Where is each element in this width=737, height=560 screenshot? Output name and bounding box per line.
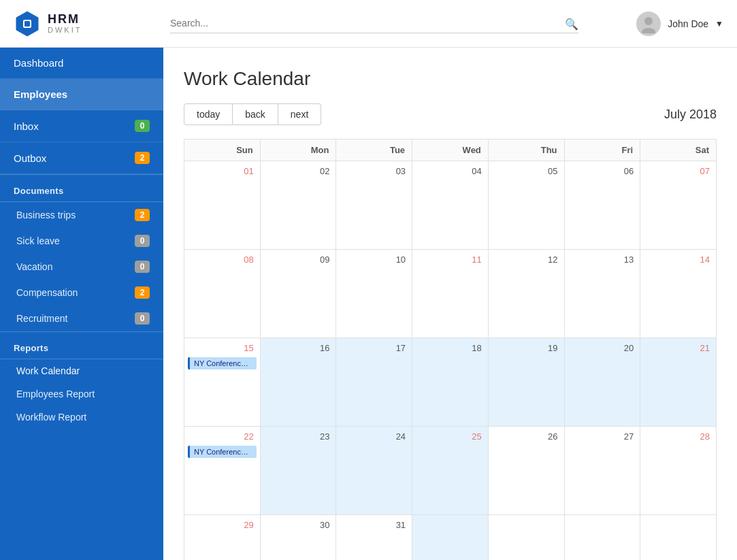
table-cell[interactable]: 21 <box>640 338 717 427</box>
day-number: 03 <box>340 165 408 178</box>
logo-icon <box>14 10 41 37</box>
svg-point-4 <box>642 28 655 33</box>
day-number: 17 <box>340 342 408 355</box>
inbox-label: Inbox <box>14 120 39 132</box>
employees-label: Employees <box>14 88 67 100</box>
table-cell[interactable]: 18 <box>412 338 489 427</box>
table-cell[interactable]: 02 <box>260 161 336 250</box>
sidebar: Dashboard Employees Inbox 0 Outbox 2 Doc… <box>0 48 163 560</box>
table-cell[interactable]: 30 <box>260 515 336 561</box>
today-button[interactable]: today <box>184 103 233 125</box>
recruitment-label: Recruitment <box>16 313 67 324</box>
table-cell[interactable]: 12 <box>488 250 564 338</box>
day-number: 26 <box>492 430 561 443</box>
table-cell[interactable]: 01 <box>184 161 261 250</box>
col-thu: Thu <box>488 139 564 161</box>
table-cell[interactable]: 20 <box>564 338 640 427</box>
sidebar-item-outbox[interactable]: Outbox 2 <box>0 142 163 174</box>
table-cell[interactable] <box>640 515 717 561</box>
calendar-row: 15 NY Conference: User 1, User 2, User 3… <box>184 338 717 427</box>
sidebar-item-recruitment[interactable]: Recruitment 0 <box>0 306 163 331</box>
table-cell[interactable] <box>488 515 564 561</box>
calendar-row: 22 NY Conference: User 1, User 2, User 3… <box>184 427 717 515</box>
table-cell[interactable]: 04 <box>412 161 489 250</box>
logo: HRM DWKIT <box>14 10 150 37</box>
calendar-grid: Sun Mon Tue Wed Thu Fri Sat 01 02 03 04 … <box>184 139 717 560</box>
day-number: 24 <box>340 430 408 443</box>
day-number: 08 <box>188 253 257 266</box>
event-bar[interactable]: NY Conference: User 1, User 2, User 3 (B… <box>188 357 257 369</box>
table-cell[interactable]: 13 <box>564 250 640 338</box>
table-cell[interactable]: 19 <box>488 338 564 427</box>
business-trips-badge: 2 <box>135 209 150 221</box>
table-cell[interactable] <box>412 515 489 561</box>
day-number: 09 <box>264 253 333 266</box>
col-fri: Fri <box>564 139 640 161</box>
day-number: 22 <box>188 430 257 443</box>
sick-leave-badge: 0 <box>135 235 150 247</box>
day-number: 30 <box>264 518 333 531</box>
user-avatar-icon <box>639 14 658 33</box>
col-sat: Sat <box>640 139 717 161</box>
layout: Dashboard Employees Inbox 0 Outbox 2 Doc… <box>0 48 737 560</box>
table-cell[interactable]: 09 <box>260 250 336 338</box>
page-title: Work Calendar <box>184 68 717 90</box>
sidebar-item-sick-leave[interactable]: Sick leave 0 <box>0 228 163 254</box>
event-bar[interactable]: NY Conference: User 1, User 2, User 3 (B… <box>188 446 257 458</box>
calendar-row: 01 02 03 04 05 06 07 <box>184 161 717 250</box>
table-cell[interactable]: 10 <box>336 250 412 338</box>
logo-hrm: HRM <box>48 13 82 27</box>
search-input[interactable] <box>170 14 578 33</box>
sidebar-item-work-calendar[interactable]: Work Calendar <box>0 359 163 382</box>
sidebar-item-workflow-report[interactable]: Workflow Report <box>0 406 163 429</box>
user-name: John Doe <box>668 18 708 29</box>
documents-section-label: Documents <box>0 175 163 202</box>
day-number: 23 <box>264 430 333 443</box>
vacation-badge: 0 <box>135 261 150 273</box>
table-cell[interactable]: 26 <box>488 427 564 515</box>
table-cell[interactable]: 08 <box>184 250 261 338</box>
dashboard-label: Dashboard <box>14 57 63 69</box>
table-cell[interactable]: 15 NY Conference: User 1, User 2, User 3… <box>184 338 261 427</box>
avatar <box>636 12 661 36</box>
sidebar-item-dashboard[interactable]: Dashboard <box>0 48 163 79</box>
table-cell[interactable]: 07 <box>640 161 717 250</box>
sidebar-item-vacation[interactable]: Vacation 0 <box>0 254 163 280</box>
table-cell[interactable]: 24 <box>336 427 412 515</box>
day-number: 04 <box>416 165 485 178</box>
table-cell[interactable]: 14 <box>640 250 717 338</box>
table-cell[interactable] <box>564 515 640 561</box>
table-cell[interactable]: 22 NY Conference: User 1, User 2, User 3… <box>184 427 261 515</box>
table-cell[interactable]: 28 <box>640 427 717 515</box>
header: HRM DWKIT 🔍 John Doe ▼ <box>0 0 737 48</box>
table-cell[interactable]: 25 <box>412 427 489 515</box>
table-cell[interactable]: 03 <box>336 161 412 250</box>
sidebar-item-inbox[interactable]: Inbox 0 <box>0 110 163 142</box>
table-cell[interactable]: 31 <box>336 515 412 561</box>
day-number: 16 <box>264 342 333 355</box>
outbox-badge: 2 <box>135 152 150 164</box>
inbox-badge: 0 <box>135 120 150 132</box>
table-cell[interactable]: 29 <box>184 515 261 561</box>
next-button[interactable]: next <box>278 103 321 125</box>
logo-text: HRM DWKIT <box>48 13 82 35</box>
table-cell[interactable]: 06 <box>564 161 640 250</box>
day-number: 31 <box>340 518 408 531</box>
sidebar-item-employees[interactable]: Employees <box>0 79 163 110</box>
sidebar-item-compensation[interactable]: Compensation 2 <box>0 280 163 306</box>
table-cell[interactable]: 23 <box>260 427 336 515</box>
table-cell[interactable]: 27 <box>564 427 640 515</box>
table-cell[interactable]: 11 <box>412 250 489 338</box>
table-cell[interactable]: 17 <box>336 338 412 427</box>
sidebar-item-business-trips[interactable]: Business trips 2 <box>0 202 163 228</box>
business-trips-label: Business trips <box>16 210 76 220</box>
svg-point-3 <box>644 17 653 25</box>
table-cell[interactable]: 16 <box>260 338 336 427</box>
sidebar-item-employees-report[interactable]: Employees Report <box>0 382 163 406</box>
back-button[interactable]: back <box>233 103 278 125</box>
main-content: Work Calendar today back next July 2018 … <box>163 48 737 560</box>
day-number: 07 <box>644 165 713 178</box>
table-cell[interactable]: 05 <box>488 161 564 250</box>
calendar-controls: today back next July 2018 <box>184 103 717 125</box>
reports-section-label: Reports <box>0 332 163 359</box>
